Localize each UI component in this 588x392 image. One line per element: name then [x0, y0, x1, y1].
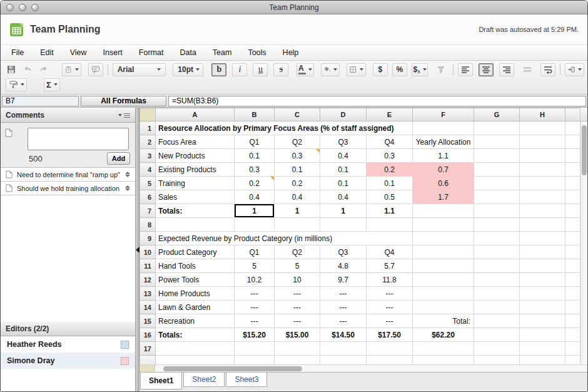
menu-data[interactable]: Data: [171, 45, 204, 60]
cell[interactable]: [565, 287, 580, 301]
cell[interactable]: [474, 259, 520, 273]
column-header[interactable]: F: [413, 108, 474, 121]
bold-button[interactable]: b: [211, 63, 226, 76]
row-header[interactable]: 3: [140, 149, 156, 163]
row-header[interactable]: 5: [140, 177, 156, 190]
menu-edit[interactable]: Edit: [32, 45, 62, 60]
cell[interactable]: [474, 287, 520, 301]
cell[interactable]: 0.4: [275, 190, 320, 204]
cell[interactable]: [413, 273, 474, 287]
cell[interactable]: [235, 356, 275, 365]
comment-item[interactable]: Should we hold training allocation: [1, 182, 135, 195]
cell[interactable]: Q1: [235, 245, 275, 259]
filter-button[interactable]: [433, 63, 449, 76]
menu-help[interactable]: Help: [275, 45, 307, 60]
cell[interactable]: [520, 177, 565, 190]
row-header[interactable]: 17: [140, 342, 156, 356]
cell[interactable]: [565, 190, 580, 204]
cell[interactable]: [565, 259, 580, 273]
align-right-button[interactable]: [499, 63, 514, 76]
cell[interactable]: [275, 356, 320, 365]
cell[interactable]: [413, 245, 474, 259]
cell[interactable]: [474, 232, 520, 245]
cell[interactable]: [565, 314, 580, 328]
cell[interactable]: [520, 163, 565, 177]
save-button[interactable]: [4, 63, 19, 76]
cell[interactable]: Existing Products: [156, 163, 235, 177]
column-header[interactable]: E: [367, 108, 413, 121]
vertical-scrollbar[interactable]: [580, 108, 587, 364]
cell[interactable]: 5: [275, 259, 320, 273]
cell[interactable]: [565, 342, 580, 356]
underline-button[interactable]: u: [253, 63, 268, 76]
cell[interactable]: [320, 356, 367, 365]
percent-format-button[interactable]: %: [392, 63, 407, 76]
currency-format-button[interactable]: $: [373, 63, 388, 76]
cell[interactable]: ---: [235, 287, 275, 301]
cell[interactable]: 1: [275, 204, 320, 218]
cell[interactable]: [413, 287, 474, 301]
editors-panel-header[interactable]: Editors (2/2): [1, 321, 135, 336]
cell[interactable]: 0.1: [320, 177, 367, 190]
menu-file[interactable]: File: [3, 45, 32, 60]
cell[interactable]: 0.2: [235, 177, 275, 190]
cell[interactable]: [565, 149, 580, 163]
close-button[interactable]: [6, 4, 14, 11]
cell[interactable]: ---: [367, 314, 413, 328]
cell[interactable]: Q1: [235, 135, 275, 149]
cell[interactable]: [156, 356, 235, 365]
cell[interactable]: $17.50: [367, 328, 413, 342]
menu-team[interactable]: Team: [205, 45, 240, 60]
cell[interactable]: $15.00: [275, 328, 320, 342]
cell[interactable]: Totals:: [156, 328, 235, 342]
cell[interactable]: [520, 232, 565, 245]
cell[interactable]: $15.20: [235, 328, 275, 342]
cell[interactable]: Q3: [320, 245, 367, 259]
cell[interactable]: Training: [156, 177, 235, 190]
cell[interactable]: ---: [275, 287, 320, 301]
cell[interactable]: [474, 342, 520, 356]
strikethrough-button[interactable]: s: [273, 63, 288, 76]
cell[interactable]: [156, 342, 235, 356]
decimal-format-button[interactable]: $x: [412, 63, 428, 76]
horizontal-scrollbar-thumb[interactable]: [163, 366, 302, 371]
cell[interactable]: 0.3: [235, 163, 275, 177]
cell[interactable]: Yearly Allocation: [413, 135, 474, 149]
cell[interactable]: $14.50: [320, 328, 367, 342]
cell[interactable]: [565, 177, 580, 190]
comments-panel-header[interactable]: Comments: [1, 108, 135, 123]
cell[interactable]: 9.7: [320, 273, 367, 287]
cell[interactable]: 0.4: [235, 190, 275, 204]
row-header[interactable]: 4: [140, 163, 156, 177]
minimize-button[interactable]: [19, 4, 26, 11]
cell[interactable]: Expected Revenue by Product Category (in…: [156, 232, 413, 245]
cell[interactable]: [520, 342, 565, 356]
column-header[interactable]: D: [320, 108, 367, 121]
cell[interactable]: 1.1: [413, 149, 474, 163]
vertical-scrollbar-thumb[interactable]: [582, 125, 587, 175]
italic-button[interactable]: i: [232, 63, 247, 76]
row-header[interactable]: [140, 356, 156, 365]
cell[interactable]: [565, 301, 580, 314]
cell[interactable]: 0.2: [367, 163, 413, 177]
cell[interactable]: [565, 163, 580, 177]
cell[interactable]: [520, 135, 565, 149]
cell[interactable]: 0.4: [320, 149, 367, 163]
row-header[interactable]: 11: [140, 259, 156, 273]
cell[interactable]: 10: [275, 273, 320, 287]
row-header[interactable]: 10: [140, 245, 156, 259]
paste-button[interactable]: [62, 63, 81, 76]
cell[interactable]: [520, 204, 565, 218]
row-header[interactable]: 13: [140, 287, 156, 301]
cell[interactable]: 0.1: [367, 177, 413, 190]
cell[interactable]: 4.8: [320, 259, 367, 273]
cell[interactable]: [520, 245, 565, 259]
cell[interactable]: Home Products: [156, 287, 235, 301]
menu-format[interactable]: Format: [131, 45, 172, 60]
cell[interactable]: Product Category: [156, 245, 235, 259]
cell[interactable]: [565, 245, 580, 259]
cell[interactable]: [474, 121, 520, 135]
all-formulas-button[interactable]: All Formulas: [81, 96, 166, 106]
cell[interactable]: Hand Tools: [156, 259, 235, 273]
cell[interactable]: ---: [275, 314, 320, 328]
